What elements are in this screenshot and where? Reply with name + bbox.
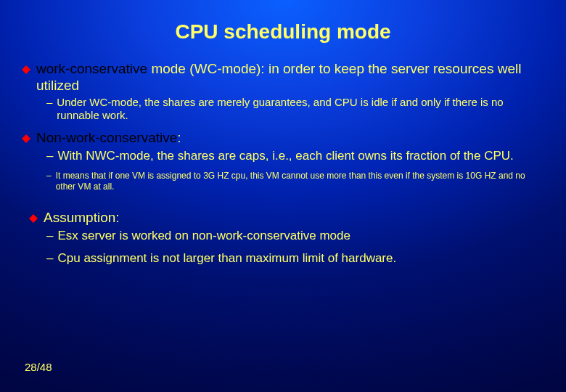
bullet-wc-mode: work-conservative mode (WC-mode): in ord… bbox=[22, 61, 544, 94]
dash-icon: – bbox=[46, 171, 52, 181]
assumption-lead: Assumption: bbox=[44, 210, 120, 226]
slide-title: CPU scheduling mode bbox=[22, 20, 544, 44]
slide: CPU scheduling mode work-conservative mo… bbox=[0, 0, 566, 392]
svg-marker-2 bbox=[29, 214, 38, 223]
svg-marker-1 bbox=[22, 134, 30, 143]
dash-icon: – bbox=[46, 228, 53, 243]
bullet-assumption: Assumption: bbox=[29, 210, 544, 226]
diamond-icon bbox=[29, 214, 38, 223]
nwc-lead: Non-work-conservative bbox=[36, 130, 177, 145]
wc-lead: work-conservative bbox=[36, 61, 147, 76]
bullet-nwc-sub1: – With NWC-mode, the shares are caps, i.… bbox=[46, 148, 544, 163]
diamond-icon bbox=[22, 134, 30, 143]
nwc-sub1-text: With NWC-mode, the shares are caps, i.e.… bbox=[57, 148, 513, 163]
bullet-assumption-sub2: – Cpu assignment is not larger than maxi… bbox=[46, 250, 544, 266]
nwc-sub2-text: It means that if one VM is assigned to 3… bbox=[56, 171, 544, 192]
bullet-nwc-sub2: – It means that if one VM is assigned to… bbox=[46, 171, 544, 192]
nwc-tail: : bbox=[177, 130, 181, 145]
svg-marker-0 bbox=[22, 65, 30, 74]
assumption-sub2-text: Cpu assignment is not larger than maximu… bbox=[57, 250, 396, 266]
bullet-nwc-text: Non-work-conservative: bbox=[36, 130, 181, 147]
bullet-wc-sub: – Under WC-mode, the shares are merely g… bbox=[46, 96, 544, 123]
wc-sub-text: Under WC-mode, the shares are merely gua… bbox=[57, 96, 544, 123]
dash-icon: – bbox=[46, 148, 53, 163]
assumption-sub1-text: Esx server is worked on non-work-conserv… bbox=[57, 228, 350, 243]
bullet-wc-text: work-conservative mode (WC-mode): in ord… bbox=[36, 61, 544, 94]
bullet-assumption-sub1: – Esx server is worked on non-work-conse… bbox=[46, 228, 544, 243]
bullet-nwc-mode: Non-work-conservative: bbox=[22, 130, 544, 147]
diamond-icon bbox=[22, 65, 30, 74]
page-number: 28/48 bbox=[25, 361, 52, 373]
dash-icon: – bbox=[46, 250, 53, 266]
dash-icon: – bbox=[46, 96, 52, 110]
